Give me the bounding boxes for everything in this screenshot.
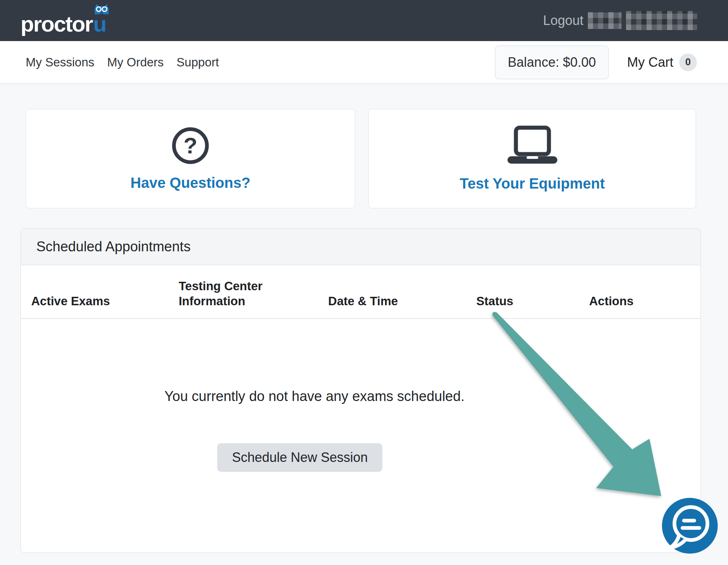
scheduled-appointments-panel: Scheduled Appointments Active Exams Test… [21, 228, 701, 553]
nav-right: Balance: $0.00 My Cart 0 [495, 41, 697, 83]
chat-launcher-button[interactable] [662, 498, 718, 554]
panel-title: Scheduled Appointments [36, 239, 190, 255]
my-cart-link[interactable]: My Cart 0 [627, 54, 697, 71]
balance-display: Balance: $0.00 [495, 45, 609, 79]
logo-accent-letter: u [93, 12, 106, 36]
nav-item-my-sessions[interactable]: My Sessions [26, 55, 94, 69]
chat-bubble-icon [662, 498, 718, 554]
have-questions-card[interactable]: ? Have Questions? [26, 109, 355, 208]
schedule-new-session-button[interactable]: Schedule New Session [217, 443, 382, 472]
redacted-last-name [626, 11, 697, 30]
have-questions-link[interactable]: Have Questions? [131, 175, 251, 191]
proctoru-dashboard: proctor u Logout My Sessions My Orders [0, 0, 728, 565]
column-actions: Actions [579, 265, 700, 318]
owl-icon [94, 3, 110, 14]
column-active-exams: Active Exams [21, 265, 168, 318]
laptop-icon [504, 125, 561, 166]
column-status: Status [466, 265, 579, 318]
empty-state-message: You currently do not have any exams sche… [164, 389, 465, 404]
appointments-table-body: You currently do not have any exams sche… [21, 319, 700, 552]
svg-text:?: ? [183, 133, 197, 158]
appointments-table-header: Active Exams Testing Center Information … [21, 265, 700, 319]
nav-item-support[interactable]: Support [176, 55, 219, 69]
proctoru-logo[interactable]: proctor u [21, 13, 106, 35]
cart-label: My Cart [627, 55, 673, 70]
nav-item-my-orders[interactable]: My Orders [107, 55, 164, 69]
test-equipment-card[interactable]: Test Your Equipment [368, 109, 696, 208]
panel-header: Scheduled Appointments [21, 229, 700, 265]
main-nav: My Sessions My Orders Support Balance: $… [0, 41, 728, 84]
cart-count-badge: 0 [679, 54, 697, 71]
redacted-first-name [588, 12, 622, 29]
column-date-time: Date & Time [318, 265, 466, 318]
logo-text: proctor [21, 13, 92, 35]
session-controls: Logout [543, 0, 697, 41]
logout-link[interactable]: Logout [543, 13, 583, 28]
nav-links: My Sessions My Orders Support [26, 41, 219, 83]
app-header: proctor u Logout [0, 0, 728, 41]
column-testing-center-information: Testing Center Information [168, 265, 318, 318]
test-equipment-link[interactable]: Test Your Equipment [460, 175, 605, 192]
question-circle-icon: ? [171, 126, 210, 165]
